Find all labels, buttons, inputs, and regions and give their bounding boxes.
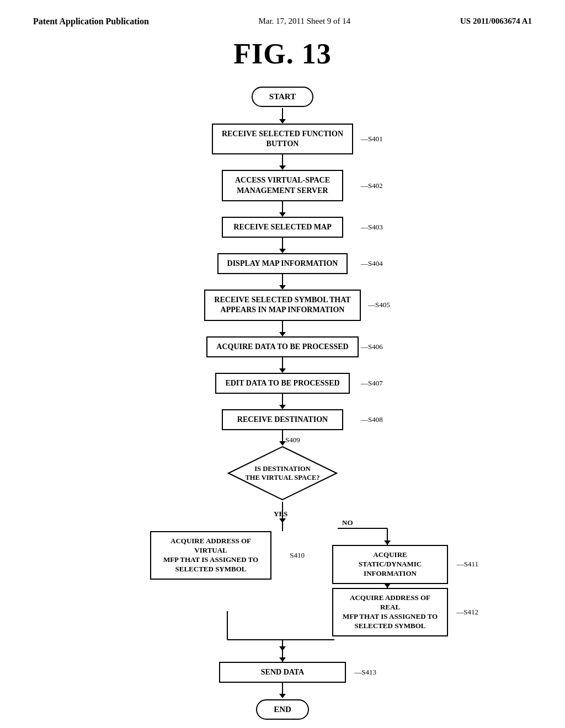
svg-marker-10 (384, 584, 391, 588)
step-box-s413: SEND DATA (219, 662, 346, 683)
step-label-s408: —S408 (361, 415, 383, 424)
step-label-s412: —S412 (456, 608, 478, 617)
svg-text:YES: YES (274, 510, 287, 518)
step-box-s405: RECEIVE SELECTED SYMBOL THATAPPEARS IN M… (204, 290, 360, 320)
diamond-s409: IS DESTINATIONTHE VIRTUAL SPACE? (227, 446, 338, 501)
svg-marker-13 (279, 646, 286, 651)
step-s402: ACCESS VIRTUAL-SPACEMANAGEMENT SERVER —S… (73, 170, 492, 201)
step-label-s402: —S402 (361, 181, 383, 190)
step-s408: RECEIVE DESTINATION —S408 (73, 409, 492, 430)
figure-title: FIG. 13 (33, 38, 532, 70)
step-s413: SEND DATA —S413 (219, 662, 346, 683)
step-label-s403: —S403 (361, 223, 383, 232)
step-s405: RECEIVE SELECTED SYMBOL THATAPPEARS IN M… (73, 290, 492, 320)
step-s401: RECEIVE SELECTED FUNCTIONBUTTON —S401 (73, 124, 492, 154)
step-box-s401: RECEIVE SELECTED FUNCTIONBUTTON (212, 124, 353, 154)
step-box-s403: RECEIVE SELECTED MAP (222, 217, 343, 238)
step-box-s406: ACQUIRE DATA TO BE PROCESSED (206, 336, 358, 357)
step-label-s410: S410 (290, 551, 305, 560)
svg-marker-8 (384, 540, 391, 545)
header-right: US 2011/0063674 A1 (460, 17, 532, 26)
step-box-s407: EDIT DATA TO BE PROCESSED (215, 373, 349, 394)
svg-text:NO: NO (342, 518, 353, 527)
step-s410: ACQUIRE ADDRESS OF VIRTUALMFP THAT IS AS… (150, 531, 271, 580)
step-s407: EDIT DATA TO BE PROCESSED —S407 (73, 373, 492, 394)
step-label-s409: S409 (285, 436, 300, 445)
step-s412: ACQUIRE ADDRESS OF REALMFP THAT IS ASSIG… (332, 588, 448, 636)
branches-area: YES NO (73, 501, 492, 688)
step-label-s411: —S411 (457, 560, 478, 569)
step-label-s413: —S413 (354, 668, 376, 677)
flowchart: START RECEIVE SELECTED FUNCTIONBUTTON —S… (73, 87, 492, 720)
page-header: Patent Application Publication Mar. 17, … (33, 17, 532, 26)
end-oval: END (256, 699, 309, 720)
header-left: Patent Application Publication (33, 17, 149, 26)
svg-marker-3 (279, 518, 286, 523)
svg-marker-17 (279, 657, 286, 662)
step-s406: ACQUIRE DATA TO BE PROCESSED —S406 (73, 336, 492, 357)
step-box-s411: ACQUIRE STATIC/DYNAMICINFORMATION (332, 545, 448, 584)
header-center: Mar. 17, 2011 Sheet 9 of 14 (258, 17, 350, 26)
step-label-s407: —S407 (361, 379, 383, 388)
step-label-s406: —S406 (361, 342, 383, 351)
step-box-s410: ACQUIRE ADDRESS OF VIRTUALMFP THAT IS AS… (150, 531, 271, 580)
step-label-s401: —S401 (361, 135, 383, 143)
step-s411: ACQUIRE STATIC/DYNAMICINFORMATION —S411 (332, 545, 448, 584)
start-oval: START (252, 87, 313, 107)
step-box-s404: DISPLAY MAP INFORMATION (217, 253, 348, 274)
step-box-s412: ACQUIRE ADDRESS OF REALMFP THAT IS ASSIG… (332, 588, 448, 636)
step-label-s405: —S405 (368, 301, 390, 309)
step-box-s408: RECEIVE DESTINATION (222, 409, 343, 430)
step-s404: DISPLAY MAP INFORMATION —S404 (73, 253, 492, 274)
step-box-s402: ACCESS VIRTUAL-SPACEMANAGEMENT SERVER (222, 170, 343, 201)
page: Patent Application Publication Mar. 17, … (0, 0, 565, 728)
step-s403: RECEIVE SELECTED MAP —S403 (73, 217, 492, 238)
step-label-s404: —S404 (361, 259, 383, 268)
diamond-text: IS DESTINATIONTHE VIRTUAL SPACE? (227, 446, 338, 501)
